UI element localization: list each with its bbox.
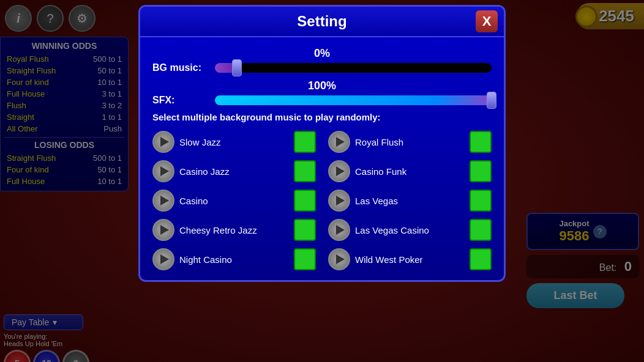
music-toggle-slow-jazz[interactable] bbox=[294, 131, 316, 153]
play-icon bbox=[160, 166, 169, 176]
play-button-cheesy-retro-jazz[interactable] bbox=[152, 219, 174, 241]
sfx-track[interactable] bbox=[215, 95, 492, 105]
music-name-night-casino: Night Casino bbox=[179, 254, 289, 265]
modal-close-button[interactable]: X bbox=[476, 10, 498, 32]
modal-header: Setting X bbox=[140, 7, 504, 37]
music-select-label: Select multiple background music to play… bbox=[152, 112, 492, 122]
music-name-wild-west-poker: Wild West Poker bbox=[355, 254, 465, 265]
music-name-cheesy-retro-jazz: Cheesy Retro Jazz bbox=[179, 225, 289, 235]
music-name-casino: Casino bbox=[179, 196, 289, 206]
music-item: Slow Jazz bbox=[152, 131, 316, 153]
music-toggle-cheesy-retro-jazz[interactable] bbox=[294, 219, 316, 241]
music-item: Las Vegas bbox=[328, 190, 492, 212]
play-icon bbox=[336, 225, 345, 235]
play-icon bbox=[336, 196, 345, 205]
music-grid: Slow Jazz Royal Flush Casino Jazz Casino… bbox=[152, 131, 492, 270]
sfx-slider-row: SFX: bbox=[152, 95, 492, 106]
music-toggle-casino-funk[interactable] bbox=[470, 160, 492, 182]
sfx-fill bbox=[215, 95, 492, 105]
music-item: Casino Jazz bbox=[152, 160, 316, 182]
bg-music-percent: 0% bbox=[152, 47, 492, 60]
modal-body[interactable]: 0% BG music: 100% SFX: bbox=[140, 37, 504, 280]
modal-title: Setting bbox=[297, 13, 346, 30]
play-icon bbox=[160, 225, 169, 235]
bg-music-label: BG music: bbox=[152, 62, 208, 73]
music-toggle-las-vegas[interactable] bbox=[470, 190, 492, 212]
play-button-las-vegas[interactable] bbox=[328, 190, 350, 212]
music-item: Las Vegas Casino bbox=[328, 219, 492, 241]
music-toggle-las-vegas-casino[interactable] bbox=[470, 219, 492, 241]
play-button-casino[interactable] bbox=[152, 190, 174, 212]
bg-music-thumb[interactable] bbox=[232, 59, 242, 76]
music-item: Royal Flush bbox=[328, 131, 492, 153]
music-name-las-vegas: Las Vegas bbox=[355, 196, 465, 206]
play-icon bbox=[336, 137, 345, 147]
sfx-percent: 100% bbox=[152, 79, 492, 92]
play-button-casino-jazz[interactable] bbox=[152, 160, 174, 182]
play-icon bbox=[160, 137, 169, 147]
music-item: Casino bbox=[152, 190, 316, 212]
settings-modal: Setting X 0% BG music: 100% SFX: bbox=[138, 5, 506, 282]
bg-music-slider-row: BG music: bbox=[152, 62, 492, 73]
music-toggle-casino-jazz[interactable] bbox=[294, 160, 316, 182]
music-name-casino-funk: Casino Funk bbox=[355, 166, 465, 177]
play-icon bbox=[336, 166, 345, 176]
play-icon bbox=[336, 254, 345, 264]
play-button-casino-funk[interactable] bbox=[328, 160, 350, 182]
play-icon bbox=[160, 196, 169, 205]
play-button-slow-jazz[interactable] bbox=[152, 131, 174, 153]
music-item: Night Casino bbox=[152, 248, 316, 270]
sfx-thumb[interactable] bbox=[487, 92, 496, 109]
bg-music-track[interactable] bbox=[215, 63, 492, 73]
play-button-wild-west-poker[interactable] bbox=[328, 248, 350, 270]
play-icon bbox=[160, 254, 169, 264]
music-toggle-night-casino[interactable] bbox=[294, 248, 316, 270]
modal-overlay: Setting X 0% BG music: 100% SFX: bbox=[0, 0, 644, 362]
music-name-slow-jazz: Slow Jazz bbox=[179, 137, 289, 147]
music-name-las-vegas-casino: Las Vegas Casino bbox=[355, 225, 465, 235]
bg-music-section: 0% BG music: bbox=[152, 47, 492, 73]
sfx-label: SFX: bbox=[152, 95, 208, 106]
play-button-night-casino[interactable] bbox=[152, 248, 174, 270]
music-item: Cheesy Retro Jazz bbox=[152, 219, 316, 241]
play-button-royal-flush[interactable] bbox=[328, 131, 350, 153]
music-item: Wild West Poker bbox=[328, 248, 492, 270]
music-item: Casino Funk bbox=[328, 160, 492, 182]
play-button-las-vegas-casino[interactable] bbox=[328, 219, 350, 241]
music-toggle-royal-flush[interactable] bbox=[470, 131, 492, 153]
music-toggle-wild-west-poker[interactable] bbox=[470, 248, 492, 270]
music-name-royal-flush: Royal Flush bbox=[355, 137, 465, 147]
sfx-section: 100% SFX: bbox=[152, 79, 492, 106]
music-name-casino-jazz: Casino Jazz bbox=[179, 166, 289, 177]
music-toggle-casino[interactable] bbox=[294, 190, 316, 212]
